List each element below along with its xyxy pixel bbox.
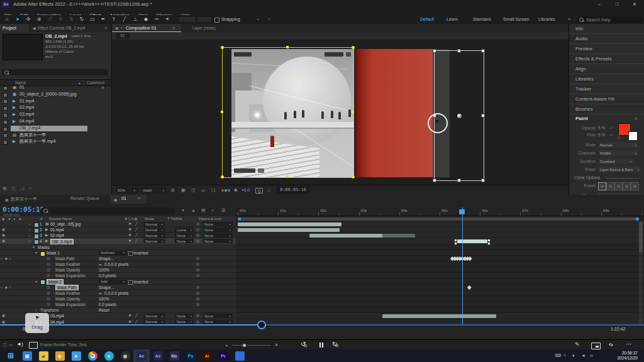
timeline-view-icon[interactable]: ⌗ (211, 208, 214, 213)
label-square[interactable] (3, 99, 8, 104)
panel-tab-effects-presets[interactable]: Effects & Presets (569, 54, 644, 64)
switch-icon[interactable]: ╱ (135, 238, 138, 244)
taskbar-folder[interactable]: ▰ (35, 349, 52, 362)
row-track[interactable] (236, 279, 644, 285)
mask-shape-tool[interactable]: ▭ (88, 16, 97, 23)
layer-duration-bar[interactable] (238, 222, 341, 226)
stopwatch-icon[interactable]: ◷ (47, 267, 50, 273)
mask-vertex-handle[interactable] (457, 49, 461, 53)
dolly-camera-tool[interactable]: ⇅ (67, 16, 75, 23)
project-toolbar-icon[interactable]: ▦ (3, 186, 7, 191)
paint-panel-header[interactable]: Paint ≡ (569, 114, 644, 123)
timeline-search-input[interactable] (40, 207, 175, 214)
timeline-view-icon[interactable]: ☰ (221, 208, 225, 213)
clone-preset-4[interactable]: ▤ (623, 182, 631, 190)
viewer-toggle-icon[interactable]: ▦ (181, 188, 186, 193)
taskbar-media-encoder[interactable]: Me (166, 349, 182, 362)
switch-icon[interactable]: ❖ (128, 233, 131, 238)
eraser-tool[interactable]: ◆ (142, 16, 150, 23)
label-square[interactable] (3, 86, 8, 90)
label-square[interactable] (3, 120, 8, 124)
stopwatch-icon[interactable]: ◷ (47, 285, 50, 290)
timeline-view-icon[interactable]: ▤ (201, 208, 206, 213)
pickwhip-icon[interactable]: ◎ (196, 267, 199, 273)
stopwatch-icon[interactable]: ◷ (47, 261, 50, 267)
tab-layer[interactable]: Layer (none) (192, 24, 216, 32)
mask-vertex-handle[interactable] (433, 49, 436, 53)
selection-corner-handle[interactable] (221, 46, 224, 49)
keyframe-indicator[interactable]: ◆ (5, 285, 8, 290)
pen-tool[interactable]: ✒ (99, 16, 108, 23)
playhead-handle[interactable] (459, 209, 465, 214)
project-toolbar-icon[interactable]: ❏ (20, 186, 24, 191)
switch-icon[interactable]: ╱ (135, 227, 138, 233)
project-search-input[interactable] (2, 69, 108, 75)
pickwhip-icon[interactable]: ◎ (196, 227, 199, 233)
mask-mode-select[interactable]: Subtract▾ (99, 251, 126, 255)
pickwhip-icon[interactable]: ◎ (196, 290, 199, 296)
duration-select[interactable]: Constant▾ (598, 158, 633, 164)
gear-icon[interactable]: ✱ (234, 188, 238, 193)
zoom-out-mountain-icon[interactable]: ▲ (225, 343, 228, 347)
switch-icon[interactable]: ❖ (128, 238, 131, 244)
workspace-overflow-icon[interactable]: » (568, 15, 570, 24)
pickwhip-icon[interactable]: ◎ (196, 302, 199, 307)
clone-preset-5[interactable]: ▤ (631, 182, 639, 190)
trkmat-column[interactable]: T TrkMat (167, 216, 182, 221)
mask-vertex-handle[interactable] (457, 178, 461, 182)
timeline-zoom-slider[interactable] (232, 345, 271, 346)
parent-select[interactable]: None▾ (203, 239, 233, 243)
hand-tool[interactable]: ✣ (24, 16, 33, 23)
comp-breadcrumb[interactable]: 01 (116, 33, 130, 39)
selection-mid-handle[interactable] (286, 175, 289, 178)
panel-tab-align[interactable]: Align (569, 64, 644, 74)
eye-toggle[interactable]: ◉ (2, 313, 5, 319)
parent-select[interactable]: None▾ (203, 320, 233, 324)
layer-selection-box[interactable] (222, 47, 354, 178)
project-item[interactable]: ▶OB_2.mp4 (0, 125, 111, 132)
pickwhip-icon[interactable]: ◎ (196, 233, 199, 238)
project-item[interactable]: ▣01⋔ (0, 84, 111, 91)
switch-icon[interactable]: ╱ (135, 221, 138, 227)
taskbar-illustrator[interactable]: Ai (199, 349, 215, 362)
background-color-swatch[interactable] (628, 131, 638, 141)
scrollbar-thumb[interactable] (639, 221, 643, 253)
row-track[interactable] (236, 273, 644, 278)
mode-select[interactable]: Normal▾ (143, 239, 165, 243)
mode-select[interactable]: Normal▾ (143, 320, 165, 324)
panel-overflow-icon[interactable]: » (104, 24, 107, 32)
switch-icon[interactable]: ╱ (135, 233, 138, 238)
panel-tab-tracker[interactable]: Tracker (569, 84, 644, 94)
expand-arrow[interactable]: › (29, 238, 30, 244)
keyframe-indicator[interactable]: ◆ (5, 256, 8, 261)
taskbar-browser[interactable]: e (101, 349, 117, 362)
mask-vertex-handle[interactable] (481, 49, 485, 53)
transform-reset[interactable]: Reset (99, 307, 109, 313)
magnification-select[interactable]: 50%▾ (116, 187, 137, 194)
panel-tab-libraries[interactable]: Libraries (569, 74, 644, 84)
row-track[interactable] (236, 233, 644, 238)
inverted-checkbox[interactable] (128, 280, 133, 285)
layer-name[interactable]: 00_obje...65].jpg (50, 221, 80, 227)
mode-select[interactable]: Normal▾ (143, 314, 165, 318)
project-item[interactable]: ▶跑男第十一季.mp4 (0, 138, 111, 145)
work-area-start-handle[interactable] (238, 217, 241, 221)
panel-menu-icon[interactable]: ≡ (635, 114, 637, 123)
stopwatch-icon[interactable]: ◷ (47, 256, 50, 261)
preview-timecode[interactable]: 0:00:05:16 (277, 187, 309, 194)
project-item[interactable]: ▶03.mp4 (0, 111, 111, 118)
workspace-learn[interactable]: Learn (447, 15, 458, 24)
timeline-scrollbar[interactable] (639, 221, 643, 325)
erase-select[interactable]: Layer Source & Paint▾ (598, 167, 641, 172)
mode-select[interactable]: Normal▾ (143, 233, 165, 238)
channels-select[interactable]: RGBA▾ (598, 150, 638, 156)
switch-icon[interactable]: ╱ (135, 313, 138, 319)
mask-center-handle[interactable] (457, 114, 462, 118)
label-square[interactable] (3, 127, 8, 131)
parent-select[interactable]: None▾ (203, 228, 233, 232)
snapping-checkbox[interactable] (214, 18, 219, 23)
panel-tab-brushes[interactable]: Brushes (569, 104, 644, 114)
pickwhip-icon[interactable]: ◎ (196, 221, 199, 227)
parent-select[interactable]: None▾ (203, 314, 233, 318)
toggle-icon[interactable]: ◫ (3, 343, 7, 348)
